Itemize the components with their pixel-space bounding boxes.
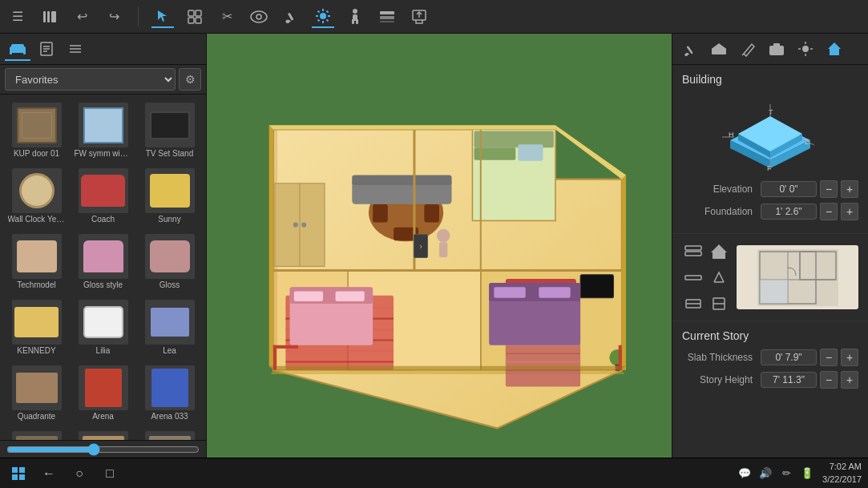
build-tab[interactable] bbox=[706, 37, 732, 61]
house-right-tab[interactable] bbox=[822, 37, 847, 61]
chat-icon[interactable]: 💬 bbox=[736, 465, 753, 482]
layers2-icon[interactable] bbox=[376, 6, 398, 28]
expand-panel-button[interactable]: › bbox=[414, 234, 428, 258]
view-icon[interactable] bbox=[248, 6, 270, 28]
pencil-right-tab[interactable] bbox=[735, 37, 761, 61]
item-cell-1[interactable]: FW symm wind... bbox=[71, 99, 135, 162]
battery-icon[interactable]: 🔋 bbox=[798, 465, 816, 482]
share-icon[interactable] bbox=[408, 6, 430, 28]
item-thumb-16 bbox=[79, 431, 128, 440]
list-tab[interactable] bbox=[63, 37, 88, 61]
favorites-dropdown[interactable]: Favorites bbox=[5, 68, 176, 91]
item-cell-16[interactable]: item17 bbox=[71, 428, 135, 440]
group-icon[interactable] bbox=[184, 6, 206, 28]
stairs-icon[interactable] bbox=[682, 266, 704, 288]
foundation-value[interactable]: 1' 2.6" bbox=[761, 204, 817, 220]
slab-row: Slab Thickness 0' 7.9" − + bbox=[682, 349, 858, 366]
item-thumb-10 bbox=[79, 300, 128, 345]
item-thumb-2 bbox=[145, 103, 195, 147]
menu-icon[interactable]: ☰ bbox=[6, 6, 29, 28]
item-cell-12[interactable]: Quadrante bbox=[5, 362, 68, 425]
item-cell-8[interactable]: Gloss bbox=[138, 231, 201, 293]
svg-marker-117 bbox=[828, 42, 841, 55]
scissors-icon[interactable]: ✂ bbox=[216, 6, 238, 28]
item-cell-14[interactable]: Arena 033 bbox=[138, 362, 201, 425]
clock-display: 7:02 AM 3/22/2017 bbox=[822, 461, 862, 486]
grid2-icon[interactable] bbox=[682, 292, 704, 314]
sun-icon[interactable] bbox=[312, 6, 334, 28]
right-panel: Building T H E F bbox=[672, 34, 868, 458]
window3-icon[interactable] bbox=[708, 292, 730, 314]
item-cell-7[interactable]: Gloss style bbox=[71, 231, 135, 293]
item-label-9: KENNEDY bbox=[17, 346, 55, 356]
svg-point-112 bbox=[802, 46, 809, 52]
svg-rect-80 bbox=[518, 144, 543, 161]
item-cell-15[interactable]: item16 bbox=[5, 428, 68, 440]
story-height-value[interactable]: 7' 11.3" bbox=[761, 372, 817, 388]
mini-floor-plan[interactable] bbox=[737, 245, 858, 309]
back-button[interactable]: ← bbox=[37, 462, 61, 486]
edit-sys-icon[interactable]: ✏ bbox=[777, 465, 795, 482]
elevation-value[interactable]: 0' 0" bbox=[761, 181, 817, 197]
item-cell-4[interactable]: Coach bbox=[71, 165, 135, 228]
item-cell-2[interactable]: TV Set Stand bbox=[138, 99, 201, 162]
elevation-minus-btn[interactable]: − bbox=[820, 180, 838, 198]
item-cell-17[interactable]: item18 bbox=[138, 428, 201, 440]
foundation-minus-btn[interactable]: − bbox=[820, 203, 838, 220]
windows-button[interactable] bbox=[6, 462, 30, 486]
floor-plan-canvas[interactable] bbox=[207, 34, 672, 458]
svg-line-108 bbox=[742, 54, 744, 55]
item-label-5: Sunny bbox=[158, 215, 180, 224]
svg-point-11 bbox=[320, 13, 326, 19]
sun-right-tab[interactable] bbox=[793, 37, 818, 61]
item-cell-3[interactable]: Wall Clock Yello... bbox=[5, 165, 68, 228]
story-height-minus-btn[interactable]: − bbox=[820, 371, 838, 389]
item-cell-11[interactable]: Lea bbox=[138, 296, 201, 359]
taskbar: ← ○ □ 💬 🔊 ✏ 🔋 7:02 AM 3/22/2017 bbox=[0, 458, 868, 488]
svg-rect-72 bbox=[373, 204, 388, 223]
item-cell-13[interactable]: Arena bbox=[71, 362, 135, 425]
item-cell-6[interactable]: Techmodel bbox=[5, 231, 68, 293]
size-slider[interactable] bbox=[6, 443, 200, 456]
svg-marker-97 bbox=[555, 125, 626, 179]
item-thumb-8 bbox=[145, 234, 195, 279]
story-height-plus-btn[interactable]: + bbox=[841, 371, 858, 389]
foundation-plus-btn[interactable]: + bbox=[841, 203, 858, 220]
apps-button[interactable]: □ bbox=[98, 462, 122, 486]
svg-rect-100 bbox=[273, 345, 277, 370]
svg-rect-25 bbox=[380, 16, 394, 19]
slab-plus-btn[interactable]: + bbox=[841, 349, 858, 366]
item-cell-0[interactable]: KUP door 01 bbox=[5, 99, 68, 162]
svg-marker-98 bbox=[622, 175, 626, 369]
undo-icon[interactable]: ↩ bbox=[71, 6, 93, 28]
building-title: Building bbox=[682, 73, 858, 86]
item-thumb-15 bbox=[12, 431, 62, 440]
top-toolbar: ☰ ↩ ↪ ✂ bbox=[0, 0, 868, 34]
item-cell-10[interactable]: Lilia bbox=[71, 296, 135, 359]
arrow-up-icon[interactable] bbox=[708, 266, 730, 288]
roof-icon[interactable] bbox=[708, 240, 730, 263]
redo-icon[interactable]: ↪ bbox=[103, 6, 125, 28]
svg-point-84 bbox=[293, 223, 298, 228]
select-icon[interactable] bbox=[151, 6, 174, 28]
layers-icon[interactable] bbox=[682, 240, 704, 263]
edit-tab[interactable] bbox=[34, 37, 59, 61]
svg-rect-81 bbox=[580, 275, 613, 298]
elevation-plus-btn[interactable]: + bbox=[841, 180, 858, 198]
slab-value[interactable]: 0' 7.9" bbox=[761, 349, 817, 365]
paint-icon[interactable] bbox=[280, 6, 302, 28]
slab-minus-btn[interactable]: − bbox=[820, 349, 838, 366]
paint-right-tab[interactable] bbox=[677, 37, 703, 61]
sofa-tab[interactable] bbox=[5, 37, 30, 61]
volume-icon[interactable]: 🔊 bbox=[757, 465, 774, 482]
item-cell-9[interactable]: KENNEDY bbox=[5, 296, 68, 359]
item-thumb-14 bbox=[145, 365, 195, 410]
gear-button[interactable]: ⚙ bbox=[179, 68, 201, 91]
library-icon[interactable] bbox=[38, 6, 61, 28]
person-icon[interactable] bbox=[344, 6, 366, 28]
svg-rect-73 bbox=[424, 204, 439, 223]
home-button[interactable]: ○ bbox=[67, 462, 91, 486]
camera-right-tab[interactable] bbox=[764, 37, 789, 61]
item-cell-5[interactable]: Sunny bbox=[138, 165, 201, 228]
foundation-label: Foundation bbox=[682, 206, 757, 217]
